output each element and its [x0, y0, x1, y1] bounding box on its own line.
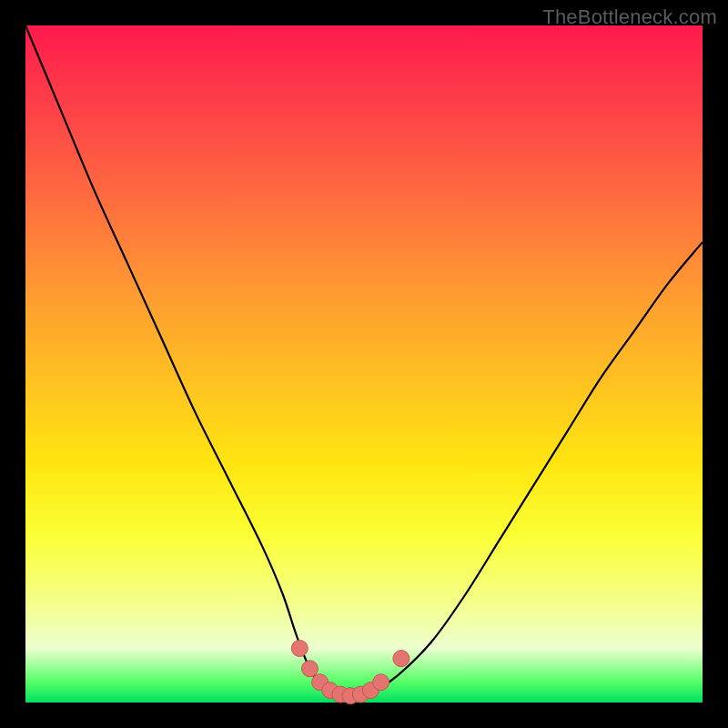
curve-marker: [291, 641, 308, 657]
curve-markers: [291, 641, 410, 704]
chart-svg: [25, 25, 703, 703]
chart-plot-area: [25, 25, 703, 703]
curve-marker: [373, 674, 389, 691]
curve-marker: [302, 661, 318, 677]
curve-marker: [393, 651, 410, 667]
bottleneck-curve: [25, 25, 703, 696]
watermark-text: TheBottleneck.com: [542, 5, 717, 29]
